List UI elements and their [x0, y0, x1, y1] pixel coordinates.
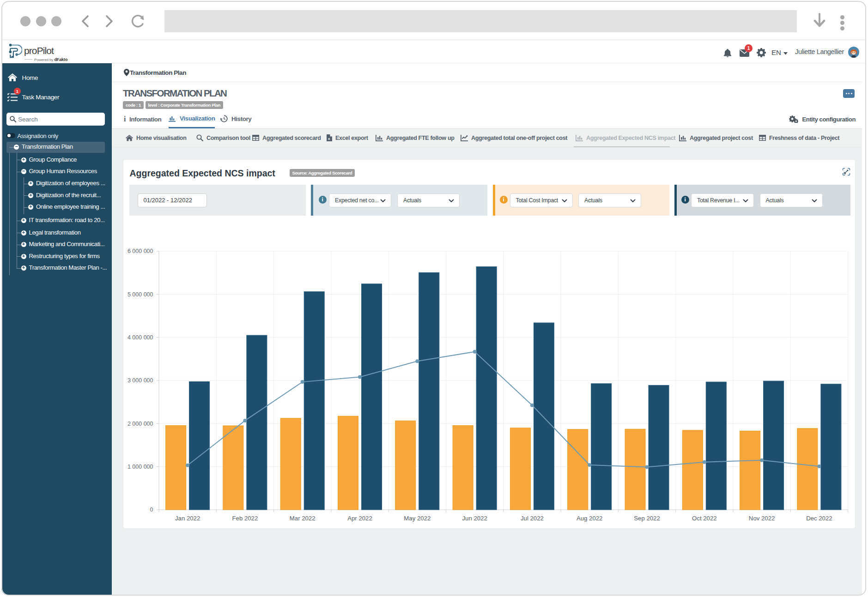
- svg-text:Feb 2022: Feb 2022: [232, 515, 258, 522]
- svg-text:5 000 000: 5 000 000: [127, 291, 153, 298]
- svg-text:2 000 000: 2 000 000: [127, 421, 153, 427]
- svg-text:Jul 2022: Jul 2022: [521, 515, 544, 522]
- svg-text:Aug 2022: Aug 2022: [577, 515, 602, 522]
- svg-text:Jun 2022: Jun 2022: [462, 515, 487, 522]
- svg-text:Dec 2022: Dec 2022: [806, 515, 832, 522]
- svg-text:May 2022: May 2022: [404, 515, 431, 522]
- svg-text:1 000 000: 1 000 000: [127, 464, 153, 470]
- svg-text:Sep 2022: Sep 2022: [634, 515, 660, 522]
- svg-text:Apr 2022: Apr 2022: [347, 515, 372, 522]
- svg-text:6 000 000: 6 000 000: [127, 248, 153, 254]
- svg-text:Oct 2022: Oct 2022: [692, 515, 717, 522]
- svg-text:Nov 2022: Nov 2022: [749, 515, 775, 522]
- svg-text:Mar 2022: Mar 2022: [290, 515, 316, 522]
- svg-text:0: 0: [150, 507, 153, 513]
- svg-text:3 000 000: 3 000 000: [127, 377, 153, 384]
- svg-text:Jan 2022: Jan 2022: [175, 515, 200, 522]
- svg-text:4 000 000: 4 000 000: [127, 334, 153, 341]
